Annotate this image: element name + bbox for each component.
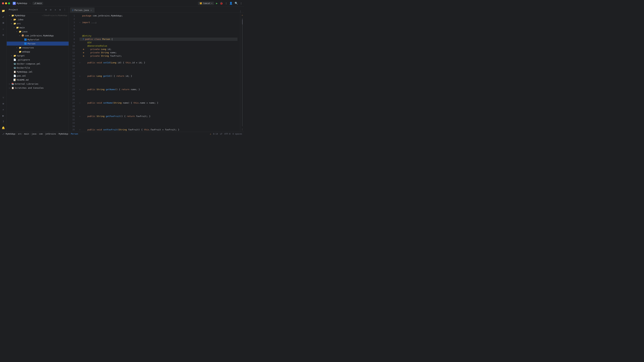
tree-item-pom[interactable]: ▸ 📄 pom.xml: [7, 74, 68, 78]
warnings-count[interactable]: ⚠: [210, 133, 211, 135]
tree-item-dockerfile[interactable]: ▸ 🐳 Dockerfile: [7, 66, 68, 70]
sidebar-item-run[interactable]: ▶: [1, 113, 6, 118]
code-line-19: ▸ public Long getId() { return id; }: [80, 74, 238, 78]
sidebar-item-project[interactable]: 📁: [1, 8, 6, 13]
tree-label-myservlet: MyServlet: [28, 38, 67, 41]
tree-item-readme[interactable]: ▸ 📝 README.md: [7, 78, 68, 82]
chevron-down-icon: ▾: [211, 2, 212, 4]
breadcrumb-main[interactable]: main: [24, 133, 29, 135]
tree-arrow-src: ▾: [10, 23, 13, 24]
scrollbar-track[interactable]: [242, 18, 242, 126]
tab-close-button[interactable]: ✕: [90, 9, 92, 11]
breadcrumb-person[interactable]: Person: [71, 133, 78, 135]
tree-label-webapp: webapp: [22, 50, 67, 53]
sidebar-item-plugins[interactable]: ⊙: [1, 32, 6, 37]
locate-file-button[interactable]: ⊕: [44, 8, 48, 11]
tree-item-person[interactable]: ▸ 🟦 Person: [7, 41, 68, 45]
code-line-25: [80, 94, 238, 98]
fold-arrow-27[interactable]: ▸: [80, 101, 82, 105]
minimize-button[interactable]: [5, 2, 7, 4]
tree-item-webapp[interactable]: ▸ 📁 webapp: [7, 50, 68, 54]
panel-settings-button[interactable]: ⚙: [58, 8, 62, 11]
tree-label-gitignore: .gitignore: [17, 58, 67, 61]
tree-item-resources[interactable]: ▸ 📁 resources: [7, 45, 68, 50]
tree-item-main[interactable]: ▾ 📁 main: [7, 25, 68, 29]
breadcrumb-src[interactable]: src: [18, 133, 22, 135]
tree-item-target[interactable]: ▾ 📁 target: [7, 54, 68, 58]
sidebar-item-help[interactable]: ?: [1, 119, 6, 124]
settings-button[interactable]: ⋮: [240, 2, 242, 4]
tree-item-docker-compose[interactable]: ▸ 🐳 docker-compose.yml: [7, 62, 68, 66]
collapse-all-button[interactable]: ⊟: [49, 8, 52, 11]
fold-arrow-35[interactable]: ▸: [80, 128, 82, 131]
panel-more-button[interactable]: ⋮: [63, 8, 66, 11]
git-status-icon: ⎇: [2, 133, 4, 135]
breadcrumb-mywebapp2[interactable]: MyWebApp: [58, 133, 68, 135]
search-everywhere-icon[interactable]: 🔍: [234, 2, 238, 5]
tomcat-icon: 🐱: [200, 2, 202, 4]
tree-arrow-target: ▾: [10, 55, 13, 57]
folder-icon-src: 📁: [14, 22, 16, 25]
indent-info[interactable]: 4 spaces: [232, 133, 242, 135]
sidebar-item-notifications[interactable]: 🔔: [1, 125, 6, 130]
fold-arrow-15[interactable]: ▸: [80, 61, 82, 64]
tree-label-dockerfile: Dockerfile: [17, 66, 67, 69]
tree-item-idea[interactable]: ▸ 📂 .idea: [7, 17, 68, 21]
breadcrumb-mywebapp[interactable]: MyWebApp: [6, 133, 16, 135]
tree-item-java[interactable]: ▾ 📁 java: [7, 29, 68, 33]
code-line-9: @Id: [80, 41, 238, 44]
tree-item-src[interactable]: ▾ 📁 src: [7, 21, 68, 25]
tab-more-button[interactable]: ⋮: [238, 10, 243, 12]
code-editor: 12345 678910 1112131415 1617181920 21222…: [69, 13, 244, 132]
breadcrumb-com[interactable]: com: [39, 133, 42, 135]
close-panel-button[interactable]: ✕: [54, 8, 57, 11]
sidebar-item-search[interactable]: ⌕: [1, 107, 6, 112]
maximize-button[interactable]: [8, 2, 10, 4]
breadcrumb-java[interactable]: java: [32, 133, 36, 135]
tree-item-myservlet[interactable]: ▸ 🟦 MyServlet: [7, 37, 68, 41]
sidebar-item-bookmarks[interactable]: ☆: [1, 26, 6, 31]
debug-button[interactable]: 🐞: [220, 2, 223, 5]
folder-icon-resources: 📁: [19, 46, 22, 49]
breadcrumb: MyWebApp › src › main › java › com › jet…: [6, 133, 78, 135]
fold-arrow-3[interactable]: ▸: [80, 21, 82, 24]
code-line-12: ⚙ private String name;: [80, 51, 238, 54]
fold-arrow-19[interactable]: ▸: [80, 74, 82, 78]
sidebar-item-commit[interactable]: ✔: [1, 14, 6, 19]
warning-indicator[interactable]: ⚠: [241, 13, 244, 17]
code-content[interactable]: package com.jetbrains.MyWebApp; ▸ import…: [77, 13, 240, 132]
account-icon[interactable]: 👤: [229, 2, 232, 5]
app-title: W MyWebApp: [13, 2, 27, 5]
sidebar-item-structure[interactable]: ⊞: [1, 20, 6, 25]
code-line-6: [80, 31, 238, 34]
folder-icon-target: 📁: [14, 54, 16, 57]
fold-arrow-23[interactable]: ▸: [80, 88, 82, 91]
tree-item-external-libs[interactable]: ▸ 📚 External Libraries: [7, 82, 68, 86]
tab-person-java[interactable]: J Person.java ✕: [70, 7, 94, 12]
tree-item-mywebapp[interactable]: ▾ 📁 MyWebApp ~/IdeaProjects/MyWebApp: [7, 13, 68, 17]
sidebar-item-layers[interactable]: ≡: [1, 101, 6, 106]
window-controls: [2, 2, 10, 4]
tree-item-scratches[interactable]: ▸ 📋 Scratches and Consoles: [7, 86, 68, 90]
scrollbar-thumb[interactable]: [242, 19, 242, 24]
sidebar-item-vcs[interactable]: ⑂: [1, 95, 6, 100]
cursor-position[interactable]: 8:14: [213, 133, 218, 135]
line-numbers: 12345 678910 1112131415 1617181920 21222…: [69, 13, 77, 132]
branch-selector[interactable]: ⎇ main: [32, 2, 43, 5]
code-line-26: [80, 98, 238, 101]
tree-item-com-jetbrains[interactable]: ▾ 📦 com.jetbrains.MyWebApp: [7, 33, 68, 37]
charset-info[interactable]: UTF-8: [224, 133, 230, 135]
code-line-35: ▸ public void setFavFruit(String favFrui…: [80, 128, 238, 131]
tree-item-iml[interactable]: ▸ 📋 MyWebApp.iml: [7, 70, 68, 74]
close-button[interactable]: [2, 2, 4, 4]
tree-arrow-main: ▾: [13, 27, 16, 28]
tab-bar: J Person.java ✕ ⋮: [69, 7, 244, 13]
fold-arrow-31[interactable]: ▸: [80, 115, 82, 118]
tree-label-external-libs: External Libraries: [15, 83, 67, 85]
run-config-selector[interactable]: 🐱 tomcat ▾: [198, 2, 214, 5]
breadcrumb-jetbrains[interactable]: jetbrains: [45, 133, 56, 135]
tree-item-gitignore[interactable]: ▸ 📄 .gitignore: [7, 58, 68, 62]
run-button[interactable]: ▶: [216, 2, 218, 5]
more-actions-button[interactable]: ⋮: [225, 2, 227, 4]
tree-label-src: src: [17, 22, 67, 25]
